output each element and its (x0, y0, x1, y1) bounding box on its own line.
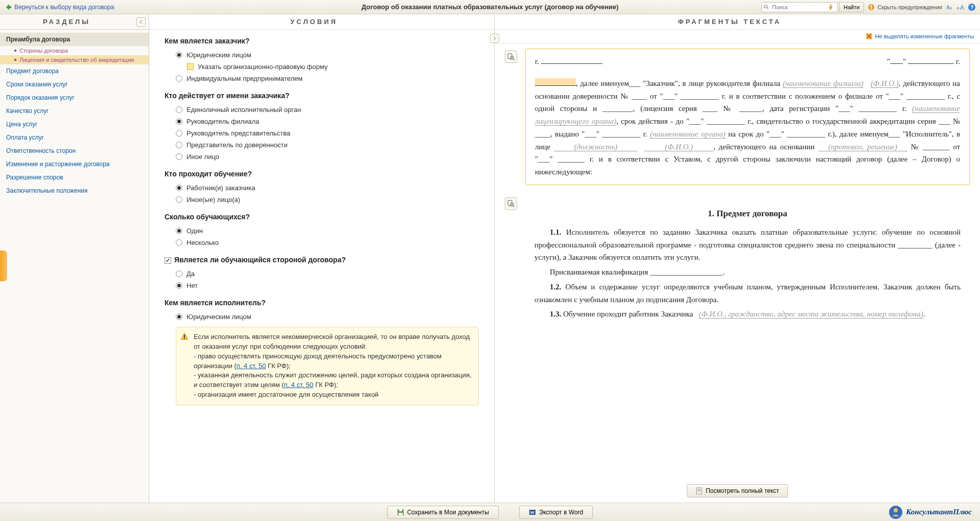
back-link[interactable]: Вернуться к выбору вида договора (4, 3, 114, 11)
fragments-body: г. "" г. , далее именуем___ "Заказчик", … (495, 43, 980, 503)
checkbox-icon[interactable] (165, 257, 171, 264)
section-item-terms[interactable]: Сроки оказания услуг (0, 78, 149, 91)
option-several[interactable]: Несколько (165, 237, 479, 248)
hide-warnings-toggle[interactable]: Скрыть предупреждения (867, 3, 942, 11)
option-rep-head[interactable]: Руководитель представительства (165, 127, 479, 139)
link-gk50-2[interactable]: п. 4 ст. 50 (284, 381, 314, 389)
search-box: Найти (761, 2, 864, 12)
sections-panel: РАЗДЕЛЫ Преамбула договора Стороны догов… (0, 14, 149, 503)
option-contractor-legal[interactable]: Юридическим лицом (165, 311, 479, 323)
radio-icon (176, 185, 182, 191)
warning-text: - право осуществлять приносящую доход де… (194, 352, 441, 370)
chevron-left-icon (139, 20, 143, 24)
section-item-payment[interactable]: Оплата услуг (0, 131, 149, 144)
save-button[interactable]: Сохранить в Мои документы (387, 506, 499, 519)
hint-branch: (наименование филиала) (783, 79, 864, 88)
svg-rect-11 (184, 335, 185, 337)
document-icon (695, 487, 703, 494)
svg-rect-25 (399, 509, 402, 511)
side-drawer-handle[interactable] (0, 251, 7, 281)
section-item-disputes[interactable]: Разрешение споров (0, 171, 149, 184)
question-title: Кем является заказчик? (165, 37, 479, 45)
subsection-parties[interactable]: Стороны договора (0, 46, 149, 55)
question-who-studies: Кто проходит обучение? Работник(и) заказ… (165, 170, 479, 206)
expand-right-button[interactable] (490, 34, 499, 43)
font-size-up-icon[interactable]: aA (956, 3, 965, 11)
option-label: Один (186, 227, 203, 235)
toggle-highlight-link[interactable]: Не выделять измененные фрагменты (875, 33, 974, 39)
option-legal-entity[interactable]: Юридическим лицом (165, 49, 479, 61)
para-num: 1.3. (550, 310, 562, 318)
svg-text:a: a (957, 6, 960, 10)
find-button[interactable]: Найти (839, 2, 864, 12)
search-icon (763, 4, 769, 10)
radio-icon (176, 142, 182, 148)
option-branch-head[interactable]: Руководитель филиала (165, 116, 479, 127)
section-item-order[interactable]: Порядок оказания услуг (0, 91, 149, 104)
svg-text:A: A (946, 5, 950, 10)
search-input[interactable] (761, 2, 838, 12)
option-yes[interactable]: Да (165, 268, 479, 280)
option-attorney[interactable]: Представитель по доверенности (165, 139, 479, 151)
hand-pointer-icon[interactable] (828, 3, 836, 11)
svg-line-19 (513, 206, 515, 207)
view-full-text-button[interactable]: Посмотреть полный текст (687, 484, 788, 497)
radio-icon (176, 130, 182, 137)
section-item-price[interactable]: Цена услуг (0, 118, 149, 131)
warning-box: Если исполнитель является некоммерческой… (176, 327, 479, 405)
svg-rect-4 (871, 8, 872, 9)
option-label: Работник(и) заказчика (186, 184, 255, 192)
bullet-icon (14, 50, 16, 52)
section-item-quality[interactable]: Качество услуг (0, 104, 149, 118)
option-sole-exec[interactable]: Единоличный исполнительный орган (165, 104, 479, 116)
para-qual: Присваиваемая квалификация _____________… (534, 266, 961, 279)
svg-rect-26 (399, 513, 403, 515)
frag-text: , действующего на основании (713, 143, 818, 151)
section-item-final[interactable]: Заключительные положения (0, 184, 149, 197)
font-size-down-icon[interactable]: Aa (945, 3, 953, 11)
subsection-label: Стороны договора (19, 48, 68, 54)
warning-text: Если исполнитель является некоммерческой… (194, 333, 470, 350)
back-link-label: Вернуться к выбору вида договора (14, 4, 114, 11)
question-is-party: Является ли обучающийся стороной договор… (165, 256, 479, 291)
brand-label: КонсультантПлюс (906, 508, 972, 516)
para-text: Обучение проходит работник Заказчика (562, 310, 695, 318)
section-item-subject[interactable]: Предмет договора (0, 64, 149, 78)
fragments-subheader: Не выделять измененные фрагменты (495, 30, 980, 43)
option-label: Индивидуальным предпринимателем (186, 75, 302, 82)
link-gk50-1[interactable]: п. 4 ст. 50 (237, 362, 266, 370)
fragments-panel: ФРАГМЕНТЫ ТЕКСТА Не выделять измененные … (495, 14, 980, 503)
option-others[interactable]: Иное(ые) лицо(а) (165, 194, 479, 206)
para-12: 1.2. Объем и содержание услуг определяют… (534, 281, 961, 306)
radio-icon (176, 52, 182, 58)
fragments-panel-header: ФРАГМЕНТЫ ТЕКСТА (495, 14, 980, 30)
subsection-label: Лицензия и свидетельство об аккредитации (19, 57, 134, 63)
svg-point-0 (764, 5, 767, 8)
help-icon[interactable]: ? (968, 3, 976, 11)
collapse-sections-button[interactable] (136, 17, 146, 27)
question-title-text: Является ли обучающийся стороной договор… (174, 256, 346, 264)
subsection-license[interactable]: Лицензия и свидетельство об аккредитации (0, 55, 149, 64)
export-word-button[interactable]: W Экспорт в Word (519, 506, 593, 519)
option-one[interactable]: Один (165, 225, 479, 237)
zoom-fragment-button[interactable] (505, 197, 517, 210)
warning-icon (180, 332, 189, 341)
option-label: Единоличный исполнительный орган (186, 106, 301, 114)
svg-line-16 (513, 59, 515, 60)
section-item-change[interactable]: Изменение и расторжение договора (0, 157, 149, 171)
option-no[interactable]: Нет (165, 280, 479, 291)
option-specify-form[interactable]: Указать организационно-правовую форму (165, 61, 479, 73)
option-label: Юридическим лицом (186, 51, 251, 59)
section-item-liability[interactable]: Ответственность сторон (0, 144, 149, 157)
checkbox-icon (187, 63, 194, 70)
warning-text: ГК РФ); (313, 381, 338, 389)
option-employees[interactable]: Работник(и) заказчика (165, 182, 479, 194)
section-item-preamble[interactable]: Преамбула договора (0, 33, 149, 46)
hint-fio2: (Ф.И.О.) (644, 143, 713, 151)
radio-icon (176, 228, 182, 234)
option-other-person[interactable]: Иное лицо (165, 151, 479, 163)
save-label: Сохранить в Мои документы (407, 509, 489, 516)
zoom-fragment-button[interactable] (505, 51, 517, 63)
city-prefix: г. (535, 57, 539, 65)
option-entrepreneur[interactable]: Индивидуальным предпринимателем (165, 73, 479, 84)
